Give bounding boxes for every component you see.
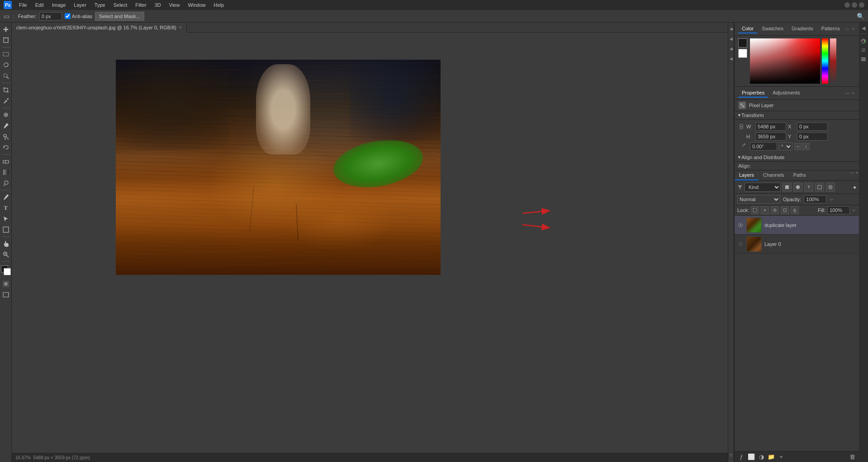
vert-icon-1[interactable]: ◀ xyxy=(728,24,734,33)
healing-brush-button[interactable] xyxy=(1,110,11,120)
tab-close-button[interactable]: × xyxy=(179,25,182,30)
lock-pixels-btn[interactable] xyxy=(761,206,769,214)
layers-tab[interactable]: Layers xyxy=(735,170,759,180)
layer-visibility-duplicate[interactable] xyxy=(737,222,744,228)
foreground-swatch[interactable] xyxy=(738,38,747,47)
align-section-header[interactable]: ▼ Align and Distribute xyxy=(735,153,859,162)
transform-section-header[interactable]: ▼ Transform xyxy=(735,111,859,120)
menu-file[interactable]: File xyxy=(15,1,31,9)
menu-image[interactable]: Image xyxy=(48,1,70,9)
background-color-swatch[interactable] xyxy=(4,268,11,275)
menu-3d[interactable]: 3D xyxy=(151,1,165,9)
background-swatch[interactable] xyxy=(738,49,747,58)
vert-icon-5[interactable]: T xyxy=(728,451,734,460)
fill-input[interactable] xyxy=(827,206,850,214)
menu-type[interactable]: Type xyxy=(91,1,109,9)
eyedropper-button[interactable] xyxy=(1,96,11,106)
add-mask-button[interactable]: ⬜ xyxy=(747,453,755,461)
new-group-button[interactable]: 📁 xyxy=(767,453,775,461)
zoom-tool-button[interactable] xyxy=(1,250,11,259)
layer-item-duplicate[interactable]: duplicate layer xyxy=(735,216,859,235)
hand-tool-button[interactable] xyxy=(1,239,11,249)
document-tab[interactable]: clem-onojeghuo-oYeW2E93HIY-unsplash.jpg … xyxy=(12,23,187,33)
feather-input[interactable] xyxy=(39,12,62,20)
swatches-tab[interactable]: Swatches xyxy=(758,24,787,33)
color-tab[interactable]: Color xyxy=(738,24,757,33)
pen-tool-button[interactable] xyxy=(1,192,11,202)
lock-position-btn[interactable] xyxy=(771,206,779,214)
menu-help[interactable]: Help xyxy=(210,1,228,9)
flip-vertical-button[interactable]: ↕ xyxy=(802,143,810,150)
width-input[interactable] xyxy=(755,123,786,131)
new-adjustment-button[interactable]: ◑ xyxy=(757,453,765,461)
history-brush-button[interactable] xyxy=(1,142,11,152)
layers-panel-close[interactable]: × xyxy=(855,170,859,180)
vert-icon-4[interactable]: ◀ xyxy=(728,54,734,63)
gradients-tab[interactable]: Gradients xyxy=(788,24,817,33)
flip-horizontal-button[interactable]: ↔ xyxy=(794,143,802,150)
crop-tool-button[interactable] xyxy=(1,85,11,95)
shape-tool-button[interactable] xyxy=(1,225,11,235)
lock-all-btn[interactable] xyxy=(791,206,799,214)
gradient-tool-button[interactable] xyxy=(1,167,11,177)
type-tool-button[interactable]: T xyxy=(1,203,11,213)
blend-mode-select[interactable]: Normal Dissolve Multiply Screen Overlay xyxy=(737,195,780,204)
props-panel-icon-btn[interactable] xyxy=(860,47,867,54)
minimize-window-btn[interactable] xyxy=(844,2,850,8)
search-icon[interactable]: 🔍 xyxy=(857,13,864,20)
props-panel-minimize[interactable]: — xyxy=(844,91,850,95)
filter-adjustment-btn[interactable] xyxy=(793,183,802,192)
quick-mask-button[interactable] xyxy=(1,279,11,289)
menu-select[interactable]: Select xyxy=(110,1,131,9)
delete-layer-button[interactable]: 🗑 xyxy=(848,453,856,461)
add-layer-style-button[interactable]: ƒ xyxy=(737,453,745,461)
opacity-input[interactable] xyxy=(804,195,826,203)
artboard-tool-button[interactable] xyxy=(1,35,11,45)
lock-artboard-btn[interactable] xyxy=(781,206,789,214)
filter-toggle[interactable]: ● xyxy=(853,184,856,190)
color-spectrum-area[interactable] xyxy=(750,38,836,84)
x-input[interactable] xyxy=(797,123,828,131)
y-input[interactable] xyxy=(797,132,828,141)
eraser-button[interactable] xyxy=(1,156,11,166)
color-panel-icon-btn[interactable] xyxy=(860,38,867,45)
patterns-tab[interactable]: Patterns xyxy=(818,24,844,33)
lasso-tool-button[interactable] xyxy=(1,60,11,70)
color-panel-minimize[interactable]: — xyxy=(844,27,850,31)
rotate-select[interactable]: ° xyxy=(779,142,792,151)
close-window-btn[interactable] xyxy=(859,2,864,8)
lock-transparent-btn[interactable] xyxy=(751,206,759,214)
layers-panel-minimize[interactable]: — xyxy=(849,170,855,180)
menu-window[interactable]: Window xyxy=(184,1,209,9)
brush-tool-button[interactable] xyxy=(1,121,11,131)
menu-view[interactable]: View xyxy=(166,1,184,9)
layer-visibility-layer0[interactable] xyxy=(737,241,744,247)
screen-mode-button[interactable] xyxy=(1,290,11,300)
color-panel-close[interactable]: × xyxy=(851,27,855,31)
filter-smart-btn[interactable] xyxy=(826,183,835,192)
filter-type-btn[interactable]: T xyxy=(804,183,813,192)
marquee-tool-button[interactable] xyxy=(1,49,11,59)
filter-pixel-btn[interactable] xyxy=(783,183,792,192)
clone-stamp-button[interactable] xyxy=(1,132,11,141)
new-layer-button[interactable]: + xyxy=(777,453,785,461)
channels-tab[interactable]: Channels xyxy=(759,170,788,180)
filter-shape-btn[interactable] xyxy=(815,183,824,192)
menu-filter[interactable]: Filter xyxy=(132,1,150,9)
paths-tab[interactable]: Paths xyxy=(789,170,811,180)
panel-collapse-btn[interactable]: ◀ xyxy=(860,24,867,32)
dodge-tool-button[interactable] xyxy=(1,178,11,188)
canvas-area[interactable]: 16.67% 5488 px × 3659 px (72 ppm) xyxy=(12,33,728,462)
properties-tab[interactable]: Properties xyxy=(738,89,768,98)
select-and-mask-button[interactable]: Select and Mask... xyxy=(95,12,144,21)
path-select-button[interactable] xyxy=(1,214,11,224)
rotate-input[interactable] xyxy=(750,142,777,151)
height-input[interactable] xyxy=(755,132,786,141)
quick-select-button[interactable] xyxy=(1,71,11,81)
maximize-window-btn[interactable] xyxy=(852,2,857,8)
layers-panel-icon-btn[interactable] xyxy=(860,56,867,63)
adjustments-tab[interactable]: Adjustments xyxy=(769,89,804,98)
props-panel-close[interactable]: × xyxy=(851,91,855,95)
anti-alias-checkbox[interactable] xyxy=(65,13,71,19)
spectrum-hue[interactable] xyxy=(822,38,828,84)
